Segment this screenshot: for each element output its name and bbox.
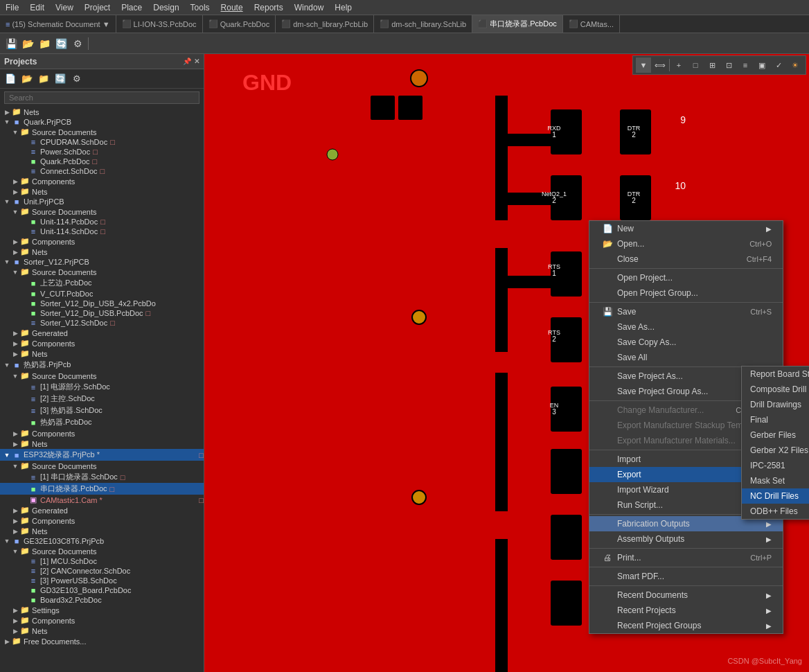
tree-renai-project[interactable]: ▼ ■ 热奶器.PrjPcb: [0, 359, 204, 371]
panel-close-btn[interactable]: ✕: [194, 58, 199, 65]
tree-esp32-src[interactable]: ▼ 📁 Source Documents: [0, 461, 204, 471]
tree-renai-nets[interactable]: ▶ 📁 Nets: [0, 439, 204, 449]
search-input[interactable]: [4, 91, 199, 104]
tree-quark-project[interactable]: ▼ ■ Quark.PrjPCB: [0, 117, 204, 127]
tree-sorter-gen[interactable]: ▶ 📁 Generated: [0, 328, 204, 338]
pcb-chart-btn[interactable]: ⊞: [704, 58, 720, 73]
tree-esp32-nets[interactable]: ▶ 📁 Nets: [0, 526, 204, 536]
tab-dmlib[interactable]: ⬛dm-sch_library.PcbLib: [276, 15, 374, 33]
tree-ge32-can[interactable]: ≡ [2] CANConnector.SchDoc: [0, 566, 204, 576]
tree-renai-power[interactable]: ≡ [1] 电源部分.SchDoc: [0, 381, 204, 393]
tree-quark-comp[interactable]: ▶ 📁 Components: [0, 176, 204, 186]
tree-power-sch[interactable]: ≡ Power.SchDoc □: [0, 147, 204, 157]
tree-cpudram[interactable]: ≡ CPUDRAM.SchDoc □: [0, 137, 204, 147]
menu-design[interactable]: Design: [148, 1, 184, 14]
submenu-report-board-stack[interactable]: Report Board Stack: [742, 366, 809, 382]
submenu-mask-set[interactable]: Mask Set: [742, 473, 809, 488]
submenu-drill-drawings[interactable]: Drill Drawings: [742, 397, 809, 412]
ctx-save-as[interactable]: Save As...: [589, 319, 783, 335]
tree-sorter-src[interactable]: ▼ 📁 Source Documents: [0, 267, 204, 277]
menu-tools[interactable]: Tools: [185, 1, 215, 14]
menu-project[interactable]: Project: [79, 1, 116, 14]
tree-sorter-dip2[interactable]: ■ Sorter_V12_Dip_USB.PcbDoc □: [0, 308, 204, 318]
submenu-ipc2581[interactable]: IPC-2581: [742, 458, 809, 473]
tree-renai-pcb[interactable]: ■ 热奶器.PcbDoc: [0, 416, 204, 428]
ctx-recent-groups[interactable]: Recent Project Groups ▶: [589, 618, 783, 633]
pcb-3d-btn[interactable]: ▣: [754, 58, 770, 73]
pcb-filter-btn[interactable]: ▼: [636, 58, 651, 73]
proj-folder-btn[interactable]: 📁: [36, 71, 51, 87]
pcb-nav-btn1[interactable]: ⟺: [652, 58, 668, 73]
ctx-save-all[interactable]: Save All: [589, 350, 783, 365]
toolbar-btn-0[interactable]: 💾: [3, 35, 19, 52]
toolbar-btn-3[interactable]: 🔄: [53, 35, 69, 52]
tree-ge32-board[interactable]: ■ GD32E103_Board.PcbDoc: [0, 585, 204, 595]
ctx-open[interactable]: 📂 Open... Ctrl+O: [589, 236, 783, 251]
tree-sorter-nets[interactable]: ▶ 📁 Nets: [0, 348, 204, 359]
menu-edit[interactable]: Edit: [24, 1, 50, 14]
toolbar-btn-1[interactable]: 📂: [19, 35, 36, 52]
pcb-plus-btn[interactable]: +: [671, 58, 686, 73]
tree-ge32-mcu[interactable]: ≡ [1] MCU.SchDoc: [0, 556, 204, 566]
ctx-smart-pdf[interactable]: Smart PDF...: [589, 569, 783, 584]
tab-camtastic[interactable]: ⬛CAMtas...: [563, 15, 620, 33]
tree-renai-comp[interactable]: ▶ 📁 Components: [0, 428, 204, 439]
tree-ge32-comp[interactable]: ▶ 📁 Components: [0, 615, 204, 626]
submenu-composite-drill[interactable]: Composite Drill Guide: [742, 382, 809, 397]
toolbar-btn-4[interactable]: ⚙: [69, 35, 86, 52]
tree-ge32-board3[interactable]: ■ Board3x2.PcbDoc: [0, 595, 204, 605]
tree-unit114-sch[interactable]: ≡ Unit-114.SchDoc □: [0, 227, 204, 236]
tab-liion[interactable]: ⬛LI-ION-3S.PcbDoc: [116, 15, 203, 33]
submenu-gerber[interactable]: Gerber Files: [742, 427, 809, 443]
tree-esp32-cam[interactable]: ▣ CAMtastic1.Cam * □: [0, 495, 204, 505]
ctx-recent-docs[interactable]: Recent Documents ▶: [589, 587, 783, 603]
tree-quark-pcb[interactable]: ■ Quark.PcbDoc □: [0, 157, 204, 166]
tree-ge32-project[interactable]: ▼ ■ GE32E103C8T6.PrjPcb: [0, 536, 204, 546]
ctx-new[interactable]: 📄 New ▶: [589, 221, 783, 236]
tree-unit-comp[interactable]: ▶ 📁 Components: [0, 236, 204, 247]
tree-sorter-dip1[interactable]: ■ Sorter_V12_Dip_USB_4x2.PcbDo: [0, 299, 204, 308]
menu-file[interactable]: File: [0, 1, 24, 14]
submenu-nc-drill[interactable]: NC Drill Files: [742, 488, 809, 504]
pcb-layer-btn[interactable]: ≡: [738, 58, 753, 73]
ctx-open-group[interactable]: Open Project Group...: [589, 285, 783, 301]
tree-esp32-comp[interactable]: ▶ 📁 Components: [0, 515, 204, 526]
tree-shangyi-pcb[interactable]: ■ 上艺边.PcbDoc: [0, 277, 204, 289]
ctx-recent-projects[interactable]: Recent Projects ▶: [589, 603, 783, 618]
tree-renai-sch[interactable]: ≡ [3] 热奶器.SchDoc: [0, 405, 204, 416]
proj-open-btn[interactable]: 📂: [19, 71, 35, 87]
tree-sorter-project[interactable]: ▼ ■ Sorter_V12.PrjPCB: [0, 257, 204, 267]
toolbar-btn-2[interactable]: 📁: [36, 35, 53, 52]
menu-route[interactable]: Route: [215, 1, 249, 14]
tree-renai-ctrl[interactable]: ≡ [2] 主控.SchDoc: [0, 393, 204, 405]
tree-sorter-sch[interactable]: ≡ Sorter_V12.SchDoc □: [0, 318, 204, 328]
proj-refresh-btn[interactable]: 🔄: [53, 71, 68, 87]
submenu-odb[interactable]: ODB++ Files: [742, 504, 809, 519]
tab-schematic[interactable]: ≡(15) Schematic Document ▼: [0, 15, 116, 33]
tree-unit-src[interactable]: ▼ 📁 Source Documents: [0, 206, 204, 217]
menu-window[interactable]: Window: [289, 1, 330, 14]
pcb-grid-btn[interactable]: ⊡: [721, 58, 736, 73]
proj-settings-btn[interactable]: ⚙: [69, 71, 85, 87]
proj-new-btn[interactable]: 📄: [3, 71, 18, 87]
ctx-close[interactable]: Close Ctrl+F4: [589, 251, 783, 267]
tree-esp32-pcb[interactable]: ■ 串口烧录器.PcbDoc □: [0, 483, 204, 495]
tree-free-docs[interactable]: ▶ 📁 Free Documents...: [0, 636, 204, 646]
tree-ge32-nets[interactable]: ▶ 📁 Nets: [0, 626, 204, 636]
pcb-drc-btn[interactable]: ✓: [771, 58, 786, 73]
tree-unit-nets[interactable]: ▶ 📁 Nets: [0, 247, 204, 257]
tree-esp32-gen[interactable]: ▶ 📁 Generated: [0, 505, 204, 515]
tab-esp32[interactable]: ⬛串口烧录器.PcbDoc: [472, 15, 563, 33]
tree-sorter-comp[interactable]: ▶ 📁 Components: [0, 338, 204, 348]
tree-esp32-sch[interactable]: ≡ [1] 串口烧录器.SchDoc □: [0, 471, 204, 483]
tree-vcut-pcb[interactable]: ■ V_CUT.PcbDoc: [0, 289, 204, 299]
pcb-light-btn[interactable]: ☀: [788, 58, 803, 73]
tree-ge32-src[interactable]: ▼ 📁 Source Documents: [0, 546, 204, 556]
menu-help[interactable]: Help: [329, 1, 357, 14]
ctx-assembly-outputs[interactable]: Assembly Outputs ▶: [589, 531, 783, 547]
tree-quark-nets[interactable]: ▶ 📁 Nets: [0, 186, 204, 197]
tree-item-nets-top[interactable]: ▶ 📁 Nets: [0, 107, 204, 117]
menu-view[interactable]: View: [50, 1, 79, 14]
tree-unit114-pcb[interactable]: ■ Unit-114.PcbDoc □: [0, 217, 204, 227]
pcb-sel-btn[interactable]: □: [688, 58, 703, 73]
